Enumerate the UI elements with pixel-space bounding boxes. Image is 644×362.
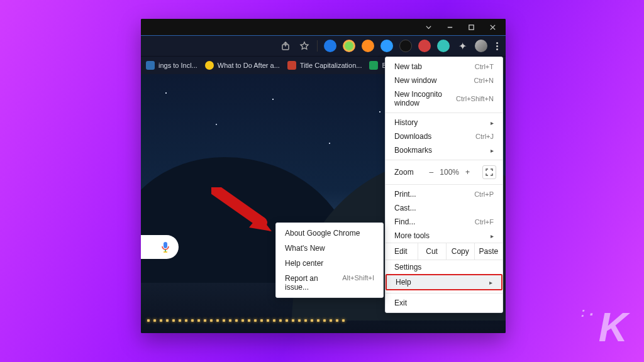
menu-item-bookmarks[interactable]: Bookmarks ▸ [386,143,502,157]
menu-label: New window [394,76,436,85]
extension-icon[interactable] [362,40,374,52]
submenu-arrow-icon: ▸ [489,279,492,286]
menu-label: Downloads [394,132,431,141]
annotation-arrow-icon [211,187,280,238]
menu-label: New Incognito window [394,90,456,107]
submenu-arrow-icon: ▸ [491,147,494,154]
menu-label: About Google Chrome [285,229,360,238]
menu-label: More tools [394,231,430,240]
menu-label: Cast... [394,204,416,212]
tab-dropdown-caret[interactable] [418,19,439,35]
menu-label: Bookmarks [394,146,432,155]
bookmark-label: ings to Incl... [158,62,197,69]
minimize-button[interactable] [439,19,460,35]
maximize-button[interactable] [460,19,482,35]
extension-icon[interactable] [418,40,431,52]
menu-item-downloads[interactable]: Downloads Ctrl+J [386,129,502,143]
menu-item-help[interactable]: Help ▸ [386,274,502,290]
extension-icon[interactable] [343,40,355,52]
menu-separator [386,112,502,113]
submenu-item-help-center[interactable]: Help center [276,256,383,271]
extension-icon[interactable] [399,40,412,52]
menu-item-zoom: Zoom – 100% + [386,163,502,182]
menu-label: New tab [394,62,422,71]
menu-label: Zoom [394,168,414,177]
menu-edit-row: Edit Cut Copy Paste [386,243,502,260]
edit-cut-button[interactable]: Cut [418,243,446,260]
watermark-logo: K [599,304,626,351]
menu-label: History [394,118,418,127]
menu-item-settings[interactable]: Settings [386,260,502,274]
chrome-main-menu: New tab Ctrl+T New window Ctrl+N New Inc… [385,57,503,313]
star-icon[interactable] [298,40,311,52]
menu-shortcut: Ctrl+T [475,63,494,70]
extensions-puzzle-icon[interactable]: ✦ [456,40,469,52]
extension-icon[interactable] [324,40,336,52]
edit-copy-button[interactable]: Copy [446,243,474,260]
menu-item-new-window[interactable]: New window Ctrl+N [386,74,502,87]
profile-avatar-icon[interactable] [475,40,487,52]
zoom-out-button[interactable]: – [430,168,434,177]
menu-shortcut: Ctrl+Shift+N [456,95,494,102]
favicon [287,61,296,70]
submenu-item-about[interactable]: About Google Chrome [276,226,383,241]
extension-icon[interactable] [437,40,450,52]
menu-shortcut: Ctrl+F [475,218,494,226]
favicon [369,61,378,70]
chrome-window: ✦ ings to Incl... What to Do After a... … [141,19,506,333]
menu-separator [386,184,502,185]
menu-shortcut: Alt+Shift+I [342,274,374,292]
menu-item-exit[interactable]: Exit [386,296,502,310]
svg-rect-0 [469,25,473,29]
menu-label: Help [396,278,411,287]
menu-label: Settings [394,263,421,272]
extension-icon[interactable] [380,40,393,52]
menu-item-cast[interactable]: Cast... [386,201,502,215]
zoom-value: 100% [440,168,459,177]
menu-label: What's New [285,244,325,253]
menu-separator [386,160,502,160]
menu-label: Print... [394,190,416,199]
submenu-item-whats-new[interactable]: What's New [276,241,383,256]
bookmark-label: Title Capitalization... [300,62,362,69]
share-icon[interactable] [279,40,292,52]
bookmark-item[interactable]: Title Capitalization... [287,61,362,70]
submenu-item-report-issue[interactable]: Report an issue... Alt+Shift+I [276,271,383,295]
menu-item-new-tab[interactable]: New tab Ctrl+T [386,60,502,74]
menu-shortcut: Ctrl+P [474,190,494,198]
menu-item-find[interactable]: Find... Ctrl+F [386,215,502,229]
bookmark-item[interactable]: ings to Incl... [146,61,197,70]
menu-label: Help center [285,259,323,268]
bookmark-item[interactable]: What to Do After a... [205,61,280,70]
fullscreen-button[interactable] [482,165,496,179]
menu-separator [386,293,502,293]
menu-item-incognito[interactable]: New Incognito window Ctrl+Shift+N [386,87,502,110]
menu-item-print[interactable]: Print... Ctrl+P [386,187,502,201]
close-button[interactable] [482,19,503,35]
submenu-arrow-icon: ▸ [491,119,494,126]
help-submenu: About Google Chrome What's New Help cent… [275,222,384,298]
zoom-in-button[interactable]: + [465,168,470,177]
browser-toolbar: ✦ [141,35,506,57]
window-controls [141,19,506,35]
menu-label: Edit [386,243,418,260]
menu-shortcut: Ctrl+N [474,77,494,84]
kebab-menu-button[interactable] [494,42,501,50]
menu-label: Report an issue... [285,274,342,292]
menu-label: Find... [394,217,415,226]
svg-rect-2 [164,242,167,248]
edit-paste-button[interactable]: Paste [474,243,502,260]
bookmark-label: What to Do After a... [218,62,280,69]
menu-item-history[interactable]: History ▸ [386,116,502,129]
favicon [205,61,214,70]
menu-item-more-tools[interactable]: More tools ▸ [386,229,502,243]
submenu-arrow-icon: ▸ [491,233,494,239]
favicon [146,61,155,70]
menu-shortcut: Ctrl+J [475,133,494,140]
voice-search-button[interactable] [141,235,179,259]
menu-label: Exit [394,299,407,307]
